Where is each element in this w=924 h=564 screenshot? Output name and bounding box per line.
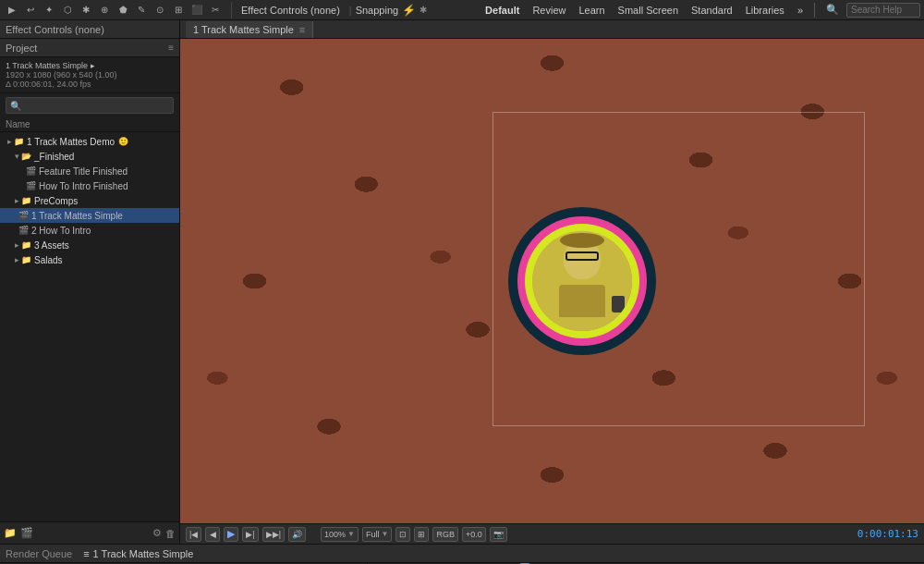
assets-arrow: ▸ [15,240,19,250]
root-extra: 🙂 [118,137,128,146]
workspace-more[interactable]: » [792,5,808,16]
tree-item-feature[interactable]: 🎬 Feature Title Finished [0,164,179,178]
search-help-input[interactable] [846,3,920,18]
tree-item-finished[interactable]: ▾ 📂 _Finished [0,149,179,164]
project-menu-icon[interactable]: ≡ [168,43,174,53]
trash-btn[interactable]: 🗑 [165,528,176,539]
grid-btn[interactable]: ⊞ [414,527,429,542]
tree-label-assets: 3 Assets [34,240,69,251]
tree-label-salads: Salads [34,255,63,265]
feature-comp-icon: 🎬 [26,166,36,176]
tree-label-howto2: 2 How To Intro [31,226,91,236]
zoom-arrow: ▼ [347,530,355,538]
tree-item-root[interactable]: ▸ 📁 1 Track Mattes Demo 🙂 [0,134,179,149]
workspace-learn[interactable]: Learn [573,5,610,16]
prev-frame-btn[interactable]: ◀ [205,527,220,542]
workspace-standard[interactable]: Standard [686,5,738,16]
finished-folder-icon: 📂 [21,152,31,161]
toolbar-icon-12[interactable]: ✂ [207,2,224,18]
next-frame-btn[interactable]: ▶| [242,527,258,542]
toolbar-icon-7[interactable]: ⬟ [115,2,131,18]
toolbar-icon-6[interactable]: ⊕ [96,2,113,18]
comp-timecode: 0:00:01:13 [857,528,918,540]
comp-info-line1: 1 Track Mattes Simple ▸ [6,61,174,70]
col-name-header: Name [6,119,30,129]
tree-item-precomps[interactable]: ▸ 📁 PreComps [0,193,179,208]
workspace-libraries[interactable]: Libraries [740,5,790,16]
workspace-small-screen[interactable]: Small Screen [613,5,684,16]
zoom-value: 100% [324,530,346,539]
howto-fin-icon: 🎬 [26,181,36,190]
hair [560,233,604,248]
tree-label-precomps: PreComps [34,196,78,206]
snapping-area: Snapping ⚡ ✱ [356,4,428,17]
trackmatte-icon: 🎬 [18,211,29,220]
toolbar-icon-10[interactable]: ⊞ [170,2,187,18]
workspace-review[interactable]: Review [527,5,571,16]
new-folder-btn[interactable]: 📁 [4,527,17,539]
root-folder-icon: 📁 [14,137,24,146]
tree-item-trackmatte[interactable]: 🎬 1 Track Mattes Simple [0,208,179,223]
play-btn[interactable]: ▶ [224,527,238,542]
tree-item-howto-fin[interactable]: 🎬 How To Intro Finished [0,178,179,193]
channel-btn[interactable]: RGB [432,527,458,542]
finished-arrow: ▾ [15,152,19,161]
toolbar-icon-2[interactable]: ↩ [22,2,39,18]
comp-tab[interactable]: 1 Track Mattes Simple ≡ [186,21,313,38]
audio-btn[interactable]: 🔊 [288,527,306,542]
comp-tab-label: 1 Track Mattes Simple [193,24,294,35]
project-panel-header: Project ≡ [0,39,179,57]
woman-head [564,239,601,279]
composition-viewer: 1 Track Mattes Simple ≡ [180,20,924,544]
effect-controls-menu[interactable]: Effect Controls (none) [236,0,346,19]
circle-graphic [508,207,656,355]
comp-header: 1 Track Mattes Simple ≡ [180,20,924,39]
tree-label-trackmatte: 1 Track Mattes Simple [31,211,123,221]
toolbar-icon-9[interactable]: ⊙ [152,2,168,18]
snapshot-btn[interactable]: 📷 [490,527,507,542]
tree-item-salads[interactable]: ▸ 📁 Salads [0,252,179,267]
toolbar-icon-11[interactable]: ⬛ [188,2,205,18]
render-queue-tab[interactable]: Render Queue [6,548,72,559]
toolbar-icon-5[interactable]: ✱ [78,2,94,18]
woman-body [559,285,605,317]
comp-canvas [180,39,924,523]
tree-item-assets[interactable]: ▸ 📁 3 Assets [0,238,179,252]
project-panel: Project ≡ 1 Track Mattes Simple ▸ 1920 x… [0,39,179,521]
root-arrow: ▸ [7,137,12,146]
comp-controls-bar: |◀ ◀ ▶ ▶| ▶▶| 🔊 100% ▼ Full ▼ ⊡ ⊞ RGB +0… [180,523,924,544]
project-settings-btn[interactable]: ⚙ [152,527,162,539]
search-icon[interactable]: 🔍 [821,4,845,16]
quality-value: Full [366,530,380,539]
circle-photo [532,231,632,331]
glasses [565,251,599,261]
project-search[interactable]: 🔍 [6,97,174,114]
comp-info-line3: Δ 0:00:06:01, 24.00 fps [6,80,174,89]
toolbar-icon-8[interactable]: ✎ [133,2,150,18]
file-tree: ▸ 📁 1 Track Mattes Demo 🙂 ▾ 📂 _Finished … [0,132,179,269]
workspace-tabs: Default Review Learn Small Screen Standa… [480,3,920,18]
top-menu-bar: ▶ ↩ ✦ ⬡ ✱ ⊕ ⬟ ✎ ⊙ ⊞ ⬛ ✂ Effect Controls … [0,0,924,20]
toolbar-icon-4[interactable]: ⬡ [59,2,76,18]
toolbar-icon-3[interactable]: ✦ [41,2,57,18]
tree-label-howto-fin: How To Intro Finished [39,181,128,191]
project-search-icon: 🔍 [10,101,21,111]
last-frame-btn[interactable]: ▶▶| [262,527,285,542]
exposure-btn[interactable]: +0.0 [462,527,486,542]
zoom-select[interactable]: 100% ▼ [321,527,359,542]
bottom-section: Render Queue ≡ 1 Track Mattes Simple 0:0… [0,544,924,564]
first-frame-btn[interactable]: |◀ [186,527,201,542]
tree-item-howto2[interactable]: 🎬 2 How To Intro [0,223,179,238]
new-comp-btn[interactable]: 🎬 [20,527,33,539]
comp-tab-menu[interactable]: ≡ [299,24,305,35]
timeline-comp-label: 1 Track Mattes Simple [93,548,194,559]
region-btn[interactable]: ⊡ [395,527,410,542]
howto2-icon: 🎬 [18,226,29,235]
tree-label-feature: Feature Title Finished [39,166,128,177]
timeline-tab[interactable]: ≡ [83,548,89,559]
toolbar-icon-1[interactable]: ▶ [4,2,20,18]
quality-select[interactable]: Full ▼ [362,527,392,542]
woman-figure [532,231,632,331]
workspace-default[interactable]: Default [480,5,525,16]
precomps-icon: 📁 [21,196,31,205]
